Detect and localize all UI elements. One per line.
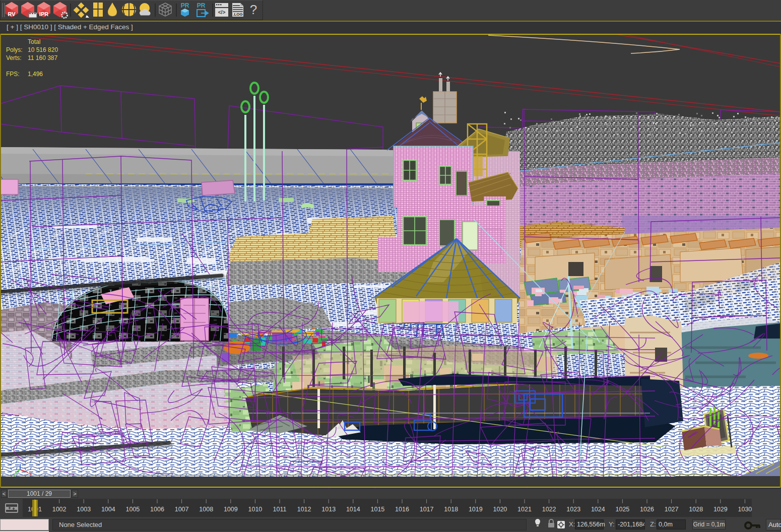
svg-text:1025: 1025 [615,506,629,513]
svg-text:1007: 1007 [175,506,189,513]
svg-text:1011: 1011 [273,506,287,513]
svg-text:PR: PR [197,2,206,9]
svg-text:1026: 1026 [640,506,654,513]
svg-text:</>: </> [218,10,226,15]
svg-text:1019: 1019 [469,506,483,513]
svg-text:1008: 1008 [199,506,213,513]
svg-text:1027: 1027 [665,506,679,513]
svg-text:1015: 1015 [370,506,384,513]
svg-text:1005: 1005 [125,506,140,513]
svg-text:?: ? [250,2,257,17]
svg-text:FPS:: FPS: [6,71,20,78]
svg-text:1016: 1016 [395,506,409,513]
svg-text:Total: Total [28,38,40,45]
svg-text:1003: 1003 [77,506,91,513]
svg-text:1029: 1029 [713,506,728,513]
svg-text:PR: PR [181,2,189,9]
svg-text:1017: 1017 [420,506,434,513]
svg-text:1010: 1010 [248,506,262,513]
svg-text:1002: 1002 [52,506,67,513]
svg-text:RV: RV [8,11,16,17]
svg-text:1018: 1018 [444,506,458,513]
svg-text:1022: 1022 [542,506,556,513]
svg-text:1028: 1028 [689,506,703,513]
svg-text:1006: 1006 [150,506,164,513]
svg-text:Polys:: Polys: [6,46,23,53]
svg-text:1020: 1020 [493,506,507,513]
svg-text:1004: 1004 [101,506,115,513]
svg-text:.LOG: .LOG [233,12,243,17]
svg-text:10 516 820: 10 516 820 [28,46,58,53]
svg-text:1014: 1014 [346,506,360,513]
svg-text:1023: 1023 [566,506,580,513]
svg-text:1012: 1012 [297,506,311,513]
svg-text:1030: 1030 [738,506,752,513]
svg-text:Verts:: Verts: [6,54,22,61]
svg-text:1013: 1013 [321,506,336,513]
svg-text:1021: 1021 [517,506,532,513]
svg-text:IPR: IPR [39,11,48,17]
svg-text:1024: 1024 [591,506,605,513]
svg-text:1,496: 1,496 [28,71,43,78]
svg-text:11 160 387: 11 160 387 [28,54,57,61]
svg-text:1009: 1009 [224,506,238,513]
